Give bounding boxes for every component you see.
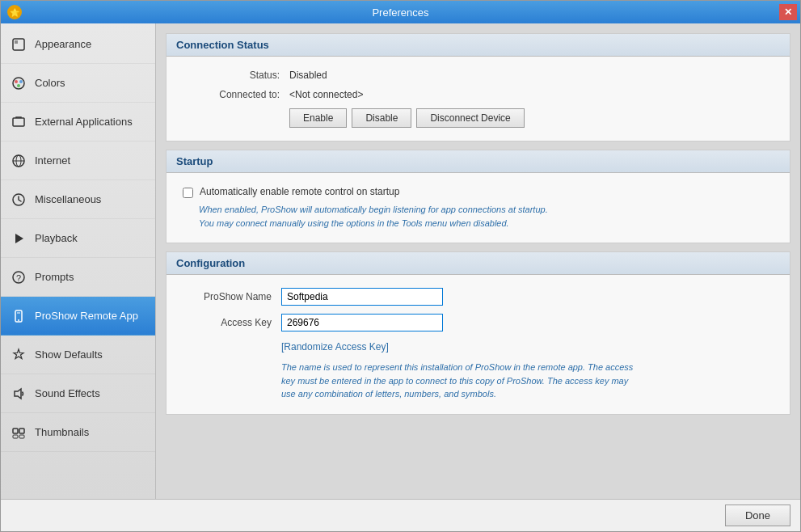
svg-rect-21 (19, 435, 24, 438)
sidebar-item-miscellaneous[interactable]: Miscellaneous (1, 180, 155, 219)
sidebar-item-internet[interactable]: Internet (1, 141, 155, 180)
access-key-input[interactable] (281, 314, 443, 331)
internet-icon (11, 153, 27, 169)
sound-effects-icon (11, 386, 27, 402)
startup-body: Automatically enable remote control on s… (167, 173, 790, 243)
sidebar-item-colors[interactable]: Colors (1, 64, 155, 103)
disable-button[interactable]: Disable (352, 108, 411, 128)
connection-status-header: Connection Status (167, 34, 790, 57)
proshow-remote-app-label: ProShow Remote App (35, 310, 138, 322)
svg-rect-18 (13, 429, 18, 433)
close-button[interactable]: ✕ (779, 4, 797, 20)
connection-status-body: Status: Disabled Connected to: <Not conn… (167, 57, 790, 141)
svg-point-5 (17, 84, 20, 87)
svg-rect-1 (15, 40, 18, 44)
proshow-name-row: ProShow Name (183, 288, 774, 306)
playback-icon (11, 230, 27, 247)
svg-marker-17 (15, 389, 21, 399)
proshow-name-input[interactable] (281, 288, 443, 306)
configuration-section: Configuration ProShow Name Access Key [R… (166, 251, 790, 415)
status-label: Status: (183, 70, 280, 81)
startup-hint: When enabled, ProShow will automatically… (199, 203, 774, 230)
disconnect-device-button[interactable]: Disconnect Device (416, 108, 524, 128)
connected-to-row: Connected to: <Not connected> (183, 89, 774, 100)
configuration-hint: The name is used to represent this insta… (281, 361, 774, 401)
external-applications-icon (11, 114, 27, 130)
prompts-label: Prompts (35, 271, 74, 283)
access-key-row: Access Key (183, 314, 774, 331)
svg-rect-19 (19, 429, 24, 433)
sound-effects-label: Sound Effects (35, 387, 100, 399)
playback-label: Playback (35, 232, 78, 244)
bottom-bar: Done (1, 499, 800, 531)
enable-button[interactable]: Enable (289, 108, 347, 128)
access-key-label: Access Key (183, 317, 272, 328)
sidebar-item-playback[interactable]: Playback (1, 219, 155, 258)
title-bar: ⭐ Preferences ✕ (1, 1, 800, 23)
startup-checkbox-row: Automatically enable remote control on s… (183, 186, 774, 198)
main-content: Connection Status Status: Disabled Conne… (156, 23, 800, 499)
show-defaults-icon (11, 347, 27, 363)
sidebar-item-show-defaults[interactable]: Show Defaults (1, 336, 155, 374)
sidebar-item-prompts[interactable]: ? Prompts (1, 258, 155, 297)
connection-status-section: Connection Status Status: Disabled Conne… (166, 33, 790, 141)
svg-point-3 (15, 80, 18, 83)
svg-marker-11 (15, 234, 23, 243)
appearance-icon (11, 36, 27, 53)
app-icon: ⭐ (7, 5, 22, 19)
svg-point-4 (19, 80, 23, 83)
svg-rect-6 (13, 118, 24, 126)
proshow-remote-app-icon (11, 308, 27, 324)
configuration-body: ProShow Name Access Key [Randomize Acces… (167, 275, 790, 414)
sidebar-item-external-applications[interactable]: External Applications (1, 103, 155, 141)
internet-label: Internet (35, 154, 70, 167)
startup-section: Startup Automatically enable remote cont… (166, 150, 790, 243)
sidebar-item-sound-effects[interactable]: Sound Effects (1, 374, 155, 413)
miscellaneous-label: Miscellaneous (35, 193, 101, 205)
svg-point-15 (18, 319, 19, 321)
configuration-header: Configuration (167, 252, 790, 275)
thumbnails-icon (11, 424, 27, 441)
appearance-label: Appearance (35, 38, 91, 50)
thumbnails-label: Thumbnails (35, 426, 89, 438)
auto-enable-checkbox[interactable] (183, 188, 193, 198)
done-button[interactable]: Done (725, 505, 790, 526)
status-row: Status: Disabled (183, 70, 774, 81)
sidebar-item-thumbnails[interactable]: Thumbnails (1, 413, 155, 452)
svg-rect-20 (13, 435, 18, 438)
sidebar: Appearance Colors External Applications … (1, 23, 156, 499)
content-area: Appearance Colors External Applications … (1, 23, 800, 499)
svg-text:?: ? (16, 273, 21, 283)
sidebar-item-appearance[interactable]: Appearance (1, 25, 155, 64)
connection-buttons: Enable Disable Disconnect Device (289, 108, 774, 128)
miscellaneous-icon (11, 192, 27, 208)
proshow-name-label: ProShow Name (183, 291, 272, 302)
connected-to-value: <Not connected> (289, 89, 363, 100)
preferences-window: ⭐ Preferences ✕ Appearance Colors (0, 0, 801, 532)
connected-to-label: Connected to: (183, 89, 280, 100)
sidebar-item-proshow-remote-app[interactable]: ProShow Remote App (1, 297, 155, 336)
auto-enable-label: Automatically enable remote control on s… (200, 186, 399, 197)
prompts-icon: ? (11, 269, 27, 285)
window-title: Preferences (372, 6, 428, 19)
randomize-access-key-link[interactable]: [Randomize Access Key] (281, 341, 389, 353)
status-value: Disabled (289, 70, 327, 81)
startup-header: Startup (167, 150, 790, 173)
show-defaults-label: Show Defaults (35, 348, 103, 361)
external-applications-label: External Applications (35, 116, 133, 128)
colors-icon (11, 75, 27, 91)
colors-label: Colors (35, 77, 65, 89)
